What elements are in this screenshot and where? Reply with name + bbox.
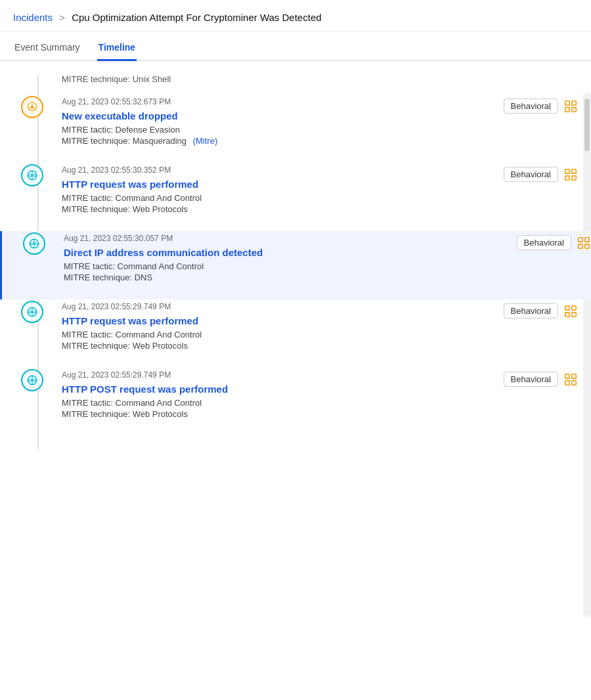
mitre-tactic-4: MITRE tactic: Command And Control (62, 330, 497, 339)
svg-rect-17 (585, 244, 589, 248)
svg-rect-26 (565, 374, 569, 378)
scrollbar-thumb[interactable] (584, 98, 590, 151)
timeline-content-4: Aug 21, 2023 02:55:29.749 PM HTTP reques… (51, 299, 578, 368)
event-title-2[interactable]: HTTP request was performed (62, 179, 497, 190)
tab-event-summary[interactable]: Event Summary (13, 38, 81, 61)
icon-circle-teal-5 (21, 369, 43, 391)
timestamp-4: Aug 21, 2023 02:55:29.749 PM (62, 302, 497, 311)
svg-rect-10 (565, 175, 569, 179)
mitre-link-1[interactable]: (Mitre) (193, 136, 218, 146)
svg-rect-2 (565, 100, 569, 104)
timeline-main-1: Aug 21, 2023 02:55:32.673 PM New executa… (62, 97, 497, 147)
scan-icon-3[interactable] (577, 236, 591, 250)
svg-rect-3 (572, 100, 576, 104)
timeline-icon-col-4 (13, 299, 51, 323)
incidents-link[interactable]: Incidents (13, 12, 53, 23)
network-icon-3 (28, 238, 40, 250)
top-mitre-label: MITRE technique: Unix Shell (62, 74, 578, 95)
timeline-icon-col-2 (13, 163, 51, 186)
timeline-content-1: Aug 21, 2023 02:55:32.673 PM New executa… (51, 95, 578, 163)
page-title: Cpu Optimization Attempt For Cryptominer… (72, 12, 321, 23)
timeline-row-5: Aug 21, 2023 02:55:29.749 PM HTTP POST r… (62, 370, 578, 420)
mitre-technique-5: MITRE technique: Web Protocols (62, 409, 497, 419)
mitre-technique-4: MITRE technique: Web Protocols (62, 341, 497, 351)
event-title-1[interactable]: New executable dropped (62, 110, 497, 121)
mitre-technique-3: MITRE technique: DNS (64, 273, 510, 282)
timestamp-3: Aug 21, 2023 02:55:30.057 PM (64, 234, 510, 243)
timeline-row-3: Aug 21, 2023 02:55:30.057 PM Direct IP a… (64, 234, 591, 284)
mitre-technique-1: MITRE technique: Masquerading (Mitre) (62, 136, 497, 146)
timeline-icon-col-3 (15, 231, 53, 255)
network-icon-4 (26, 306, 38, 318)
event-title-4[interactable]: HTTP request was performed (62, 315, 497, 326)
timeline-main-3: Aug 21, 2023 02:55:30.057 PM Direct IP a… (64, 234, 510, 284)
icon-circle-teal-4 (21, 301, 43, 323)
badge-behavioral-4[interactable]: Behavioral (504, 303, 558, 318)
timeline-item-2: Aug 21, 2023 02:55:30.352 PM HTTP reques… (13, 163, 578, 231)
timeline-content-5: Aug 21, 2023 02:55:29.749 PM HTTP POST r… (51, 368, 578, 436)
badge-behavioral-2[interactable]: Behavioral (504, 167, 558, 182)
icon-circle-orange-1 (21, 96, 43, 118)
svg-rect-14 (579, 237, 582, 241)
timeline-item-3: Aug 21, 2023 02:55:30.057 PM Direct IP a… (0, 231, 591, 299)
timestamp-2: Aug 21, 2023 02:55:30.352 PM (62, 165, 497, 175)
timeline-main-5: Aug 21, 2023 02:55:29.749 PM HTTP POST r… (62, 370, 497, 420)
breadcrumb: Incidents > Cpu Optimization Attempt For… (13, 12, 578, 23)
badge-behavioral-3[interactable]: Behavioral (517, 235, 571, 250)
timeline-main-2: Aug 21, 2023 02:55:30.352 PM HTTP reques… (62, 165, 497, 215)
scan-icon-2[interactable] (563, 167, 578, 182)
scrollbar[interactable] (583, 92, 591, 617)
svg-rect-23 (572, 312, 576, 316)
svg-rect-4 (565, 107, 569, 111)
svg-rect-27 (572, 374, 576, 378)
badge-col-4: Behavioral (504, 302, 578, 318)
timeline-main-4: Aug 21, 2023 02:55:29.749 PM HTTP reques… (62, 302, 497, 352)
header: Incidents > Cpu Optimization Attempt For… (0, 0, 591, 32)
network-icon-5 (26, 374, 38, 386)
scan-icon-4[interactable] (563, 304, 578, 318)
event-title-5[interactable]: HTTP POST request was performed (62, 383, 497, 395)
icon-circle-teal-2 (21, 164, 43, 186)
timeline-item-5: Aug 21, 2023 02:55:29.749 PM HTTP POST r… (13, 368, 578, 436)
svg-rect-29 (572, 380, 576, 384)
mitre-tactic-5: MITRE tactic: Command And Control (62, 398, 497, 408)
badge-col-3: Behavioral (517, 234, 591, 250)
timeline-content-2: Aug 21, 2023 02:55:30.352 PM HTTP reques… (51, 163, 578, 231)
icon-circle-teal-3 (23, 232, 45, 255)
badge-col-5: Behavioral (504, 370, 578, 387)
svg-rect-22 (565, 312, 569, 316)
tab-timeline[interactable]: Timeline (97, 38, 137, 61)
svg-rect-15 (585, 237, 589, 241)
timestamp-1: Aug 21, 2023 02:55:32.673 PM (62, 97, 497, 106)
badge-col-1: Behavioral (504, 97, 578, 114)
svg-rect-5 (572, 107, 576, 111)
mitre-tactic-3: MITRE tactic: Command And Control (64, 261, 510, 271)
tabs-container: Event Summary Timeline (0, 32, 591, 61)
svg-point-1 (32, 106, 33, 108)
timeline-item-4: Aug 21, 2023 02:55:29.749 PM HTTP reques… (13, 299, 578, 368)
network-icon-2 (26, 169, 38, 181)
hazard-icon-1 (26, 101, 38, 113)
event-title-3[interactable]: Direct IP address communication detected (64, 247, 510, 258)
mitre-tactic-1: MITRE tactic: Defense Evasion (62, 125, 497, 135)
svg-rect-21 (572, 305, 576, 309)
scan-icon-5[interactable] (563, 372, 578, 387)
breadcrumb-separator: > (59, 12, 65, 23)
mitre-tactic-2: MITRE tactic: Command And Control (62, 193, 497, 203)
timeline-item-1: Aug 21, 2023 02:55:32.673 PM New executa… (13, 95, 578, 163)
timeline-icon-col-5 (13, 368, 51, 391)
badge-behavioral-5[interactable]: Behavioral (504, 372, 558, 387)
timeline-icon-col-1 (13, 95, 51, 118)
svg-rect-11 (572, 175, 576, 179)
svg-rect-20 (565, 305, 569, 309)
timestamp-5: Aug 21, 2023 02:55:29.749 PM (62, 370, 497, 380)
badge-col-2: Behavioral (504, 165, 578, 182)
timeline-row-1: Aug 21, 2023 02:55:32.673 PM New executa… (62, 97, 578, 147)
badge-behavioral-1[interactable]: Behavioral (504, 98, 558, 114)
timeline-content-3: Aug 21, 2023 02:55:30.057 PM Direct IP a… (53, 231, 591, 299)
svg-rect-28 (565, 380, 569, 384)
scan-icon-1[interactable] (563, 99, 578, 114)
svg-rect-16 (579, 244, 582, 248)
timeline-row-4: Aug 21, 2023 02:55:29.749 PM HTTP reques… (62, 302, 578, 352)
mitre-technique-2: MITRE technique: Web Protocols (62, 204, 497, 214)
